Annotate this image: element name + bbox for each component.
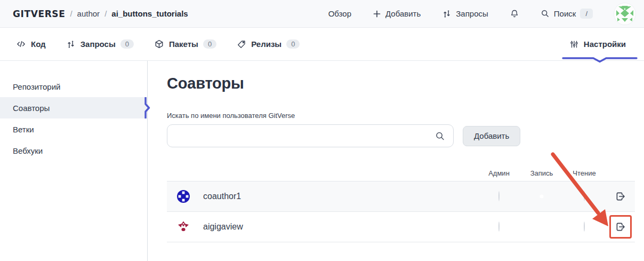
- admin-radio-cell: [478, 192, 520, 201]
- bell-icon: [510, 9, 519, 19]
- radio-read[interactable]: [584, 191, 585, 201]
- breadcrumb-owner[interactable]: author: [77, 9, 100, 18]
- avatar-identicon-green: [614, 3, 635, 25]
- nav-overview[interactable]: Обзор: [328, 9, 351, 18]
- username-link[interactable]: coauthor1: [203, 192, 241, 201]
- gitverse-logo[interactable]: GITVERSE: [13, 9, 65, 19]
- nav-requests-label: Запросы: [456, 9, 488, 18]
- user-cell: coauthor1: [167, 189, 478, 203]
- user-avatar[interactable]: [614, 3, 635, 25]
- collaborator-search-input[interactable]: [167, 124, 454, 147]
- tab-code-label: Код: [31, 39, 46, 49]
- search-field-label: Искать по имени пользователя GitVerse: [167, 112, 635, 120]
- tab-requests[interactable]: Запросы 0: [66, 28, 134, 60]
- notifications-button[interactable]: [510, 9, 519, 19]
- nav-requests[interactable]: Запросы: [442, 9, 488, 19]
- avatar-identicon-maroon: [176, 220, 190, 234]
- nav-add-label: Добавить: [385, 9, 421, 18]
- breadcrumb-separator: /: [104, 9, 107, 18]
- search-trigger[interactable]: Поиск /: [541, 9, 593, 19]
- sidebar-item-label: Соавторы: [13, 104, 50, 113]
- packages-count-badge: 0: [203, 39, 216, 49]
- table-row: coauthor1: [167, 181, 635, 212]
- search-shortcut-key: /: [580, 9, 593, 19]
- package-icon: [154, 39, 164, 49]
- avatar-identicon-blue: [176, 189, 190, 203]
- nav-add[interactable]: Добавить: [373, 9, 421, 18]
- remove-collaborator-icon[interactable]: [614, 220, 627, 233]
- content-area: Репозиторий Соавторы Ветки Вебхуки Соавт…: [0, 61, 644, 261]
- username-link[interactable]: aigigaview: [203, 222, 243, 232]
- sidebar-item-label: Вебхуки: [13, 146, 43, 155]
- remove-collaborator-icon[interactable]: [614, 190, 627, 203]
- search-row: Добавить: [167, 124, 635, 147]
- page-title: Соавторы: [167, 75, 635, 92]
- top-bar: GITVERSE / author / ai_buttons_tutorials…: [0, 0, 644, 28]
- pull-request-icon: [442, 9, 452, 19]
- tab-packages-label: Пакеты: [169, 39, 198, 49]
- sidebar-item-label: Ветки: [13, 125, 34, 134]
- tab-releases[interactable]: Релизы 0: [237, 28, 300, 60]
- breadcrumb-separator: /: [70, 9, 72, 18]
- user-cell: aigigaview: [167, 220, 478, 234]
- releases-count-badge: 0: [286, 39, 300, 49]
- breadcrumb-repo[interactable]: ai_buttons_tutorials: [111, 9, 188, 18]
- admin-radio-cell: [478, 222, 520, 232]
- settings-sidebar: Репозиторий Соавторы Ветки Вебхуки: [0, 61, 148, 261]
- action-cell: [606, 190, 635, 203]
- sidebar-item-label: Репозиторий: [13, 82, 60, 91]
- read-radio-cell: [563, 222, 606, 232]
- tab-packages[interactable]: Пакеты 0: [154, 28, 216, 60]
- search-icon: [541, 9, 550, 18]
- column-header-write: Запись: [520, 169, 563, 177]
- main-panel: Соавторы Искать по имени пользователя Gi…: [148, 61, 644, 261]
- collaborators-table: Админ Запись Чтение coauthor1: [167, 168, 635, 242]
- read-radio-cell: [563, 192, 606, 201]
- radio-read[interactable]: [584, 222, 585, 232]
- table-header: Админ Запись Чтение: [167, 168, 635, 181]
- add-collaborator-button[interactable]: Добавить: [463, 126, 520, 146]
- search-label: Поиск: [554, 9, 576, 18]
- repo-nav: Код Запросы 0 Пакеты 0 Релизы 0: [0, 28, 644, 61]
- table-row: aigigaview: [167, 212, 635, 242]
- sidebar-item-branches[interactable]: Ветки: [0, 118, 147, 140]
- tab-code[interactable]: Код: [16, 28, 46, 60]
- pull-request-icon: [66, 39, 76, 49]
- nav-overview-label: Обзор: [328, 9, 351, 18]
- tab-requests-label: Запросы: [80, 39, 116, 49]
- column-header-read: Чтение: [563, 169, 606, 177]
- top-nav: Обзор Добавить Запросы: [328, 3, 635, 25]
- search-input-wrap: [167, 124, 454, 147]
- code-icon: [16, 39, 26, 49]
- radio-admin[interactable]: [498, 191, 500, 201]
- tab-releases-label: Релизы: [251, 39, 281, 49]
- column-header-admin: Админ: [478, 169, 520, 177]
- sidebar-item-coauthors[interactable]: Соавторы: [0, 97, 147, 118]
- plus-icon: [373, 10, 381, 18]
- tag-icon: [237, 39, 246, 49]
- requests-count-badge: 0: [120, 39, 134, 49]
- sliders-icon: [569, 39, 579, 49]
- sidebar-item-repository[interactable]: Репозиторий: [0, 76, 147, 97]
- action-cell: [606, 220, 635, 233]
- tab-settings[interactable]: Настройки: [569, 28, 626, 60]
- radio-admin[interactable]: [498, 222, 500, 232]
- tab-settings-label: Настройки: [584, 39, 626, 49]
- sidebar-item-webhooks[interactable]: Вебхуки: [0, 140, 147, 161]
- search-icon: [435, 131, 445, 141]
